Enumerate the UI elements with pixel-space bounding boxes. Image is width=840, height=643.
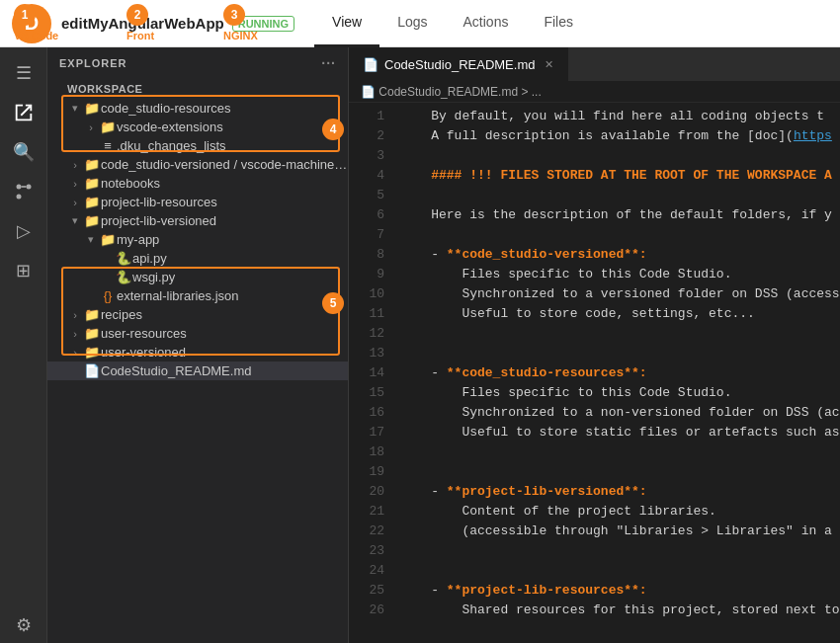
explorer-header: EXPLORER ··· bbox=[47, 47, 348, 79]
editor-tab-readme[interactable]: 📄 CodeStudio_README.md ✕ bbox=[349, 47, 568, 82]
git-icon[interactable] bbox=[6, 174, 42, 209]
arrow-icon: ▾ bbox=[83, 233, 99, 246]
arrow-icon: › bbox=[67, 159, 83, 171]
outline-box-4 bbox=[61, 95, 340, 152]
sidebar: EXPLORER ··· WORKSPACE ▾ 📁 code_studio-r… bbox=[47, 47, 349, 643]
tree-item-api-py[interactable]: 🐍 api.py bbox=[47, 249, 348, 268]
tree-item-my-app[interactable]: ▾ 📁 my-app bbox=[47, 230, 348, 249]
folder-icon: 📁 bbox=[83, 157, 101, 172]
arrow-icon: › bbox=[67, 178, 83, 190]
line-19 bbox=[400, 462, 840, 482]
line-5 bbox=[400, 186, 840, 205]
folder-icon: 📁 bbox=[83, 213, 101, 228]
tab-view[interactable]: View bbox=[314, 0, 379, 47]
item-label: code_studio-versioned / vscode-machine-s… bbox=[101, 157, 348, 172]
line-24 bbox=[400, 561, 840, 581]
line-12 bbox=[400, 324, 840, 344]
item-label: my-app bbox=[117, 232, 159, 247]
circle-4: 4 bbox=[322, 119, 344, 140]
svg-point-0 bbox=[16, 195, 21, 200]
line-18 bbox=[400, 442, 840, 462]
folder-icon: 📁 bbox=[83, 176, 101, 191]
arrow-icon: ▾ bbox=[67, 214, 83, 227]
tab-actions[interactable]: Actions bbox=[446, 0, 527, 47]
line-13 bbox=[400, 344, 840, 363]
line-14: - **code_studio-resources**: bbox=[400, 363, 840, 383]
line-4: #### !!! FILES STORED AT THE ROOT OF THE… bbox=[400, 166, 840, 186]
close-tab-icon[interactable]: ✕ bbox=[545, 58, 553, 71]
line-26: Shared resources for this project, store… bbox=[400, 601, 840, 620]
arrow-icon: › bbox=[67, 197, 83, 208]
line-8: - **code_studio-versioned**: bbox=[400, 245, 840, 265]
circle-2: 2 bbox=[126, 4, 148, 26]
tree-item-project-lib-resources[interactable]: › 📁 project-lib-resources bbox=[47, 193, 348, 211]
svg-point-2 bbox=[16, 185, 21, 190]
line-23 bbox=[400, 541, 840, 561]
search-icon[interactable]: 🔍 bbox=[6, 134, 42, 170]
line-15: Files specific to this Code Studio. bbox=[400, 383, 840, 403]
folder-icon: 📁 bbox=[99, 232, 117, 247]
tree-item-versioned[interactable]: › 📁 code_studio-versioned / vscode-machi… bbox=[47, 155, 348, 174]
line-17: Useful to store static files or artefact… bbox=[400, 423, 840, 442]
line-21: Content of the project libraries. bbox=[400, 502, 840, 522]
line-7 bbox=[400, 225, 840, 245]
editor-content[interactable]: 12345 678910 1112131415 1617181920 21222… bbox=[349, 103, 840, 643]
run-icon[interactable]: ▷ bbox=[6, 213, 42, 249]
outline-box-5 bbox=[61, 267, 340, 356]
sidebar-actions[interactable]: ··· bbox=[321, 55, 336, 71]
extensions-icon[interactable]: ⊞ bbox=[6, 253, 42, 288]
vs-code-label: VS Code bbox=[14, 30, 58, 41]
top-tabs: View Logs Actions Files bbox=[314, 0, 591, 47]
line-20: - **project-lib-versioned**: bbox=[400, 482, 840, 502]
explorer-icon[interactable] bbox=[6, 95, 42, 130]
front-label: Front bbox=[126, 30, 154, 41]
circle-3: 3 bbox=[223, 4, 245, 26]
breadcrumb: 📄 CodeStudio_README.md > ... bbox=[349, 82, 840, 103]
line-9: Files specific to this Code Studio. bbox=[400, 265, 840, 284]
line-16: Synchronized to a non-versioned folder o… bbox=[400, 403, 840, 423]
tree-item-readme[interactable]: 📄 CodeStudio_README.md bbox=[47, 362, 348, 380]
tree-item-project-lib-versioned[interactable]: ▾ 📁 project-lib-versioned bbox=[47, 211, 348, 230]
folder-icon: 📁 bbox=[83, 195, 101, 209]
line-25: - **project-lib-resources**: bbox=[400, 581, 840, 601]
code-lines: By default, you will find here all codin… bbox=[396, 107, 840, 639]
item-label: project-lib-resources bbox=[101, 195, 217, 209]
item-label: CodeStudio_README.md bbox=[101, 363, 251, 378]
item-label: api.py bbox=[132, 251, 167, 266]
main-area: ☰ 🔍 ▷ ⊞ ⚙ EXPLORER ··· WORKSPACE ▾ bbox=[0, 47, 840, 643]
line-1: By default, you will find here all codin… bbox=[400, 107, 840, 126]
line-10: Synchronized to a versioned folder on DS… bbox=[400, 284, 840, 304]
svg-point-1 bbox=[26, 185, 31, 190]
python-icon: 🐍 bbox=[115, 251, 132, 266]
line-3 bbox=[400, 146, 840, 166]
editor-panel: 📄 CodeStudio_README.md ✕ 📄 CodeStudio_RE… bbox=[349, 47, 840, 643]
line-numbers: 12345 678910 1112131415 1617181920 21222… bbox=[349, 107, 396, 639]
tab-logs[interactable]: Logs bbox=[379, 0, 445, 47]
item-label: notebooks bbox=[101, 176, 160, 191]
item-label: project-lib-versioned bbox=[101, 213, 216, 228]
md-icon: 📄 bbox=[83, 363, 101, 378]
line-22: (accessible through "Libraries > Librari… bbox=[400, 522, 840, 541]
tree-item-notebooks[interactable]: › 📁 notebooks bbox=[47, 174, 348, 193]
tab-files[interactable]: Files bbox=[526, 0, 591, 47]
circle-5: 5 bbox=[322, 292, 344, 314]
nginx-label: NGINX bbox=[223, 30, 258, 41]
menu-icon[interactable]: ☰ bbox=[6, 55, 42, 91]
line-2: A full description is available from the… bbox=[400, 126, 840, 146]
settings-icon[interactable]: ⚙ bbox=[6, 607, 42, 643]
activity-bar: ☰ 🔍 ▷ ⊞ ⚙ bbox=[0, 47, 47, 643]
line-11: Useful to store code, settings, etc... bbox=[400, 304, 840, 324]
editor-tabs: 📄 CodeStudio_README.md ✕ bbox=[349, 47, 840, 82]
circle-1: 1 bbox=[14, 4, 36, 26]
line-6: Here is the description of the default f… bbox=[400, 205, 840, 225]
